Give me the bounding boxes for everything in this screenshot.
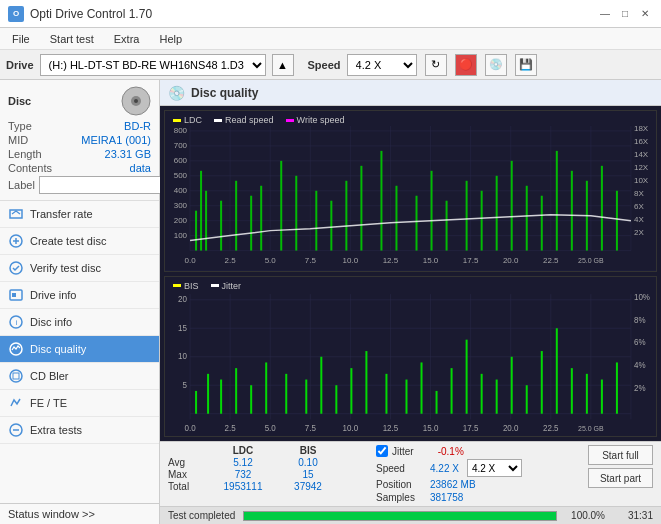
svg-rect-141: [616, 362, 618, 413]
svg-rect-43: [235, 181, 237, 251]
ldc-chart: LDC Read speed Write speed: [164, 110, 657, 272]
svg-text:8X: 8X: [634, 189, 644, 198]
read-speed-legend-label: Read speed: [225, 115, 274, 125]
svg-text:800: 800: [174, 126, 188, 135]
sidebar-item-transfer-rate[interactable]: Transfer rate: [0, 201, 159, 228]
titlebar-title: Opti Drive Control 1.70: [30, 7, 152, 21]
sidebar-item-label-disc-quality: Disc quality: [30, 343, 86, 355]
speed-stats-row: Speed 4.22 X 4.2 X: [376, 459, 580, 477]
svg-text:5.0: 5.0: [265, 256, 277, 265]
svg-rect-55: [431, 171, 433, 251]
svg-text:2%: 2%: [634, 382, 646, 393]
svg-text:25.0 GB: 25.0 GB: [578, 423, 604, 433]
svg-rect-124: [350, 368, 352, 414]
speed-stat-label: Speed: [376, 463, 426, 474]
svg-rect-129: [436, 390, 438, 413]
sidebar-item-extra-tests[interactable]: Extra tests: [0, 417, 159, 444]
drive-action-btn1[interactable]: 🔴: [455, 54, 477, 76]
svg-text:20.0: 20.0: [503, 422, 519, 433]
sidebar-item-drive-info[interactable]: Drive info: [0, 282, 159, 309]
titlebar: O Opti Drive Control 1.70 — □ ✕: [0, 0, 661, 28]
svg-text:17.5: 17.5: [463, 422, 479, 433]
disc-type-value: BD-R: [124, 120, 151, 132]
disc-header: Disc: [8, 86, 151, 116]
svg-rect-137: [556, 328, 558, 413]
drive-selector[interactable]: (H:) HL-DT-ST BD-RE WH16NS48 1.D3: [40, 54, 266, 76]
total-bis: 37942: [278, 481, 338, 492]
refresh-button[interactable]: ↻: [425, 54, 447, 76]
svg-rect-117: [235, 368, 237, 414]
speed-stat-selector[interactable]: 4.2 X: [467, 459, 522, 477]
menu-file[interactable]: File: [6, 31, 36, 47]
sidebar-item-create-test-disc[interactable]: Create test disc: [0, 228, 159, 255]
bis-dot: [173, 284, 181, 287]
close-button[interactable]: ✕: [637, 6, 653, 22]
menu-extra[interactable]: Extra: [108, 31, 146, 47]
chart2-svg: 20 15 10 5 10% 8% 6% 4% 2%: [165, 277, 656, 437]
status-text: Test completed: [168, 510, 235, 521]
menubar: File Start test Extra Help: [0, 28, 661, 50]
maximize-button[interactable]: □: [617, 6, 633, 22]
jitter-label: Jitter: [392, 446, 414, 457]
minimize-button[interactable]: —: [597, 6, 613, 22]
svg-rect-48: [315, 191, 317, 251]
chart1-svg: 800 700 600 500 400 300 200 100 18X 16X …: [165, 111, 656, 271]
svg-text:22.5: 22.5: [543, 256, 559, 265]
jitter-dot: [211, 284, 219, 287]
svg-text:14X: 14X: [634, 150, 649, 159]
status-window-button[interactable]: Status window >>: [0, 503, 159, 524]
svg-rect-121: [305, 379, 307, 413]
samples-val: 381758: [430, 492, 463, 503]
svg-text:10.0: 10.0: [343, 422, 359, 433]
speed-selector[interactable]: 4.2 X: [347, 54, 417, 76]
start-part-button[interactable]: Start part: [588, 468, 653, 488]
disc-label-input[interactable]: [39, 176, 172, 194]
svg-text:10%: 10%: [634, 291, 650, 302]
svg-text:5: 5: [183, 379, 188, 390]
svg-text:5.0: 5.0: [265, 422, 276, 433]
svg-rect-54: [416, 196, 418, 251]
speed-label: Speed: [308, 59, 341, 71]
svg-text:6%: 6%: [634, 336, 646, 347]
sidebar: Disc Type BD-R MID MEIRA1 (001) Length 2…: [0, 80, 160, 524]
svg-rect-46: [280, 161, 282, 251]
sidebar-item-fe-te[interactable]: FE / TE: [0, 390, 159, 417]
total-ldc: 1953111: [208, 481, 278, 492]
menu-help[interactable]: Help: [153, 31, 188, 47]
drive-action-btn2[interactable]: 💿: [485, 54, 507, 76]
sidebar-item-verify-test-disc[interactable]: Verify test disc: [0, 255, 159, 282]
svg-text:i: i: [16, 318, 18, 327]
svg-rect-136: [541, 351, 543, 414]
menu-start-test[interactable]: Start test: [44, 31, 100, 47]
titlebar-controls: — □ ✕: [597, 6, 653, 22]
svg-text:6X: 6X: [634, 202, 644, 211]
svg-text:12.5: 12.5: [383, 256, 399, 265]
drive-save-button[interactable]: 💾: [515, 54, 537, 76]
ldc-legend-label: LDC: [184, 115, 202, 125]
legend-write-speed: Write speed: [286, 115, 345, 125]
jitter-row: Jitter -0.1%: [376, 445, 580, 457]
sidebar-item-disc-info[interactable]: i Disc info: [0, 309, 159, 336]
svg-text:7.5: 7.5: [305, 256, 317, 265]
disc-icon: [121, 86, 151, 116]
sidebar-item-label-fe-te: FE / TE: [30, 397, 67, 409]
svg-point-13: [10, 370, 22, 382]
position-val: 23862 MB: [430, 479, 476, 490]
svg-rect-42: [220, 201, 222, 251]
sidebar-item-disc-quality[interactable]: Disc quality: [0, 336, 159, 363]
svg-text:4%: 4%: [634, 359, 646, 370]
svg-text:10X: 10X: [634, 176, 649, 185]
disc-info-icon: i: [8, 314, 24, 330]
svg-text:2.5: 2.5: [225, 422, 236, 433]
chart2-legend: BIS Jitter: [173, 281, 241, 291]
svg-text:700: 700: [174, 141, 188, 150]
jitter-legend-label: Jitter: [222, 281, 242, 291]
jitter-checkbox[interactable]: [376, 445, 388, 457]
eject-button[interactable]: ▲: [272, 54, 294, 76]
svg-rect-133: [496, 379, 498, 413]
svg-rect-14: [13, 373, 19, 379]
start-full-button[interactable]: Start full: [588, 445, 653, 465]
sidebar-item-cd-bler[interactable]: CD Bler: [0, 363, 159, 390]
write-speed-dot: [286, 119, 294, 122]
progress-percent: 100.0%: [565, 510, 605, 521]
